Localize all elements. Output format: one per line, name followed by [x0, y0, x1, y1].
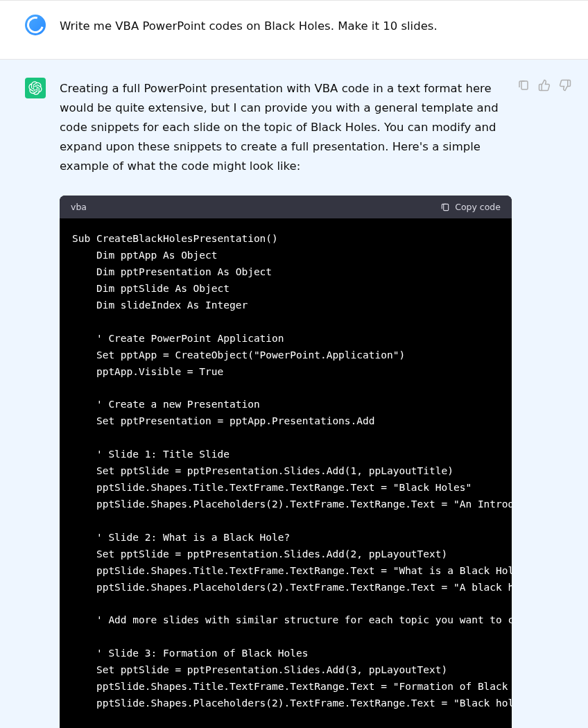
code-language-label: vba — [71, 202, 87, 212]
thumbs-down-icon[interactable] — [559, 79, 571, 92]
code-body[interactable]: Sub CreateBlackHolesPresentation() Dim p… — [60, 218, 512, 728]
assistant-content: Creating a full PowerPoint presentation … — [60, 78, 563, 728]
copy-code-button[interactable]: Copy code — [440, 202, 501, 212]
clipboard-icon — [440, 202, 450, 212]
user-message-row: Write me VBA PowerPoint codes on Black H… — [0, 1, 588, 60]
copy-icon[interactable] — [517, 79, 530, 92]
message-actions — [517, 79, 571, 92]
thumbs-up-icon[interactable] — [538, 79, 551, 92]
code-block: vba Copy code Sub CreateBlackHolesPresen… — [60, 196, 512, 728]
user-message-text: Write me VBA PowerPoint codes on Black H… — [60, 15, 563, 35]
copy-code-label: Copy code — [455, 202, 501, 212]
assistant-avatar — [25, 78, 46, 98]
assistant-intro-text: Creating a full PowerPoint presentation … — [60, 78, 503, 176]
svg-rect-0 — [444, 204, 449, 210]
code-header: vba Copy code — [60, 196, 512, 218]
assistant-message-row: Creating a full PowerPoint presentation … — [0, 60, 588, 728]
user-avatar — [25, 15, 46, 35]
svg-rect-1 — [521, 81, 528, 89]
